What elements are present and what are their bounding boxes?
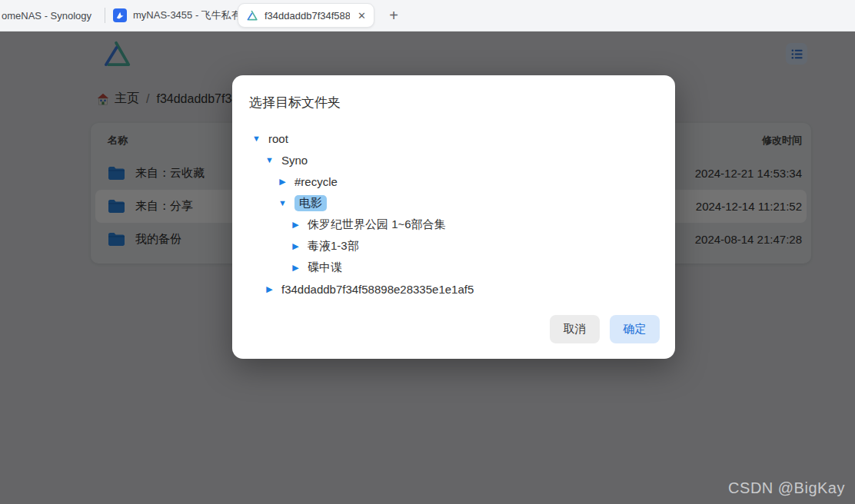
tree-node-label[interactable]: 毒液1-3部 xyxy=(308,239,359,254)
folder-select-dialog: 选择目标文件夹 ▼ root ▼ Syno ▶ #recycle ▼ 电影 ▶ … xyxy=(232,75,675,359)
chevron-right-icon[interactable]: ▶ xyxy=(277,177,288,187)
tree-node-label[interactable]: #recycle xyxy=(294,175,338,188)
folder-tree: ▼ root ▼ Syno ▶ #recycle ▼ 电影 ▶ 侏罗纪世界公园 … xyxy=(249,128,660,300)
chevron-down-icon[interactable]: ▼ xyxy=(251,134,262,143)
dialog-title: 选择目标文件夹 xyxy=(249,94,660,111)
close-tab-icon[interactable]: ✕ xyxy=(356,10,368,22)
tab-title: f34ddaddb7f34f588 xyxy=(264,10,350,22)
browser-tab-synology[interactable]: omeNAS - Synology N xyxy=(0,0,101,31)
chevron-right-icon[interactable]: ▶ xyxy=(264,284,275,294)
tree-node-f34-folder[interactable]: ▶ f34ddaddb7f34f58898e28335e1e1af5 xyxy=(249,278,660,300)
fn-app-icon xyxy=(113,8,127,22)
tree-node-jurassic[interactable]: ▶ 侏罗纪世界公园 1~6部合集 xyxy=(249,214,660,235)
tree-node-label[interactable]: 碟中谍 xyxy=(308,260,342,275)
tree-node-label[interactable]: root xyxy=(268,132,288,145)
tree-node-syno[interactable]: ▼ Syno xyxy=(249,149,660,171)
tree-node-mission-impossible[interactable]: ▶ 碟中谍 xyxy=(249,257,660,278)
chevron-down-icon[interactable]: ▼ xyxy=(264,155,275,164)
tree-node-movies-selected[interactable]: ▼ 电影 xyxy=(249,192,660,214)
tree-node-label[interactable]: f34ddaddb7f34f58898e28335e1e1af5 xyxy=(281,283,474,296)
tree-node-label-selected[interactable]: 电影 xyxy=(294,195,327,211)
dialog-actions: 取消 确定 xyxy=(550,315,660,343)
tree-node-venom[interactable]: ▶ 毒液1-3部 xyxy=(249,235,660,257)
tree-node-recycle[interactable]: ▶ #recycle xyxy=(249,171,660,192)
new-tab-button[interactable]: + xyxy=(383,5,404,26)
chevron-down-icon[interactable]: ▼ xyxy=(277,198,288,207)
tab-title: omeNAS - Synology N xyxy=(2,10,94,22)
confirm-button[interactable]: 确定 xyxy=(610,315,660,343)
tab-divider xyxy=(105,8,105,23)
cancel-button[interactable]: 取消 xyxy=(550,315,600,343)
tree-node-label[interactable]: 侏罗纪世界公园 1~6部合集 xyxy=(308,217,446,232)
watermark: CSDN @BigKay xyxy=(728,479,845,497)
fnos-logo-icon xyxy=(245,8,258,22)
chevron-right-icon[interactable]: ▶ xyxy=(290,241,301,251)
tree-node-label[interactable]: Syno xyxy=(281,154,308,167)
chevron-right-icon[interactable]: ▶ xyxy=(290,220,301,230)
browser-tab-mynas[interactable]: myNAS-3455 - 飞牛私有 xyxy=(108,0,247,31)
browser-tab-bar: omeNAS - Synology N myNAS-3455 - 飞牛私有 f3… xyxy=(0,0,855,32)
chevron-right-icon[interactable]: ▶ xyxy=(290,263,301,273)
tab-title: myNAS-3455 - 飞牛私有 xyxy=(133,8,239,22)
tree-node-root[interactable]: ▼ root xyxy=(249,128,660,149)
browser-tab-active[interactable]: f34ddaddb7f34f588 ✕ xyxy=(238,3,374,28)
